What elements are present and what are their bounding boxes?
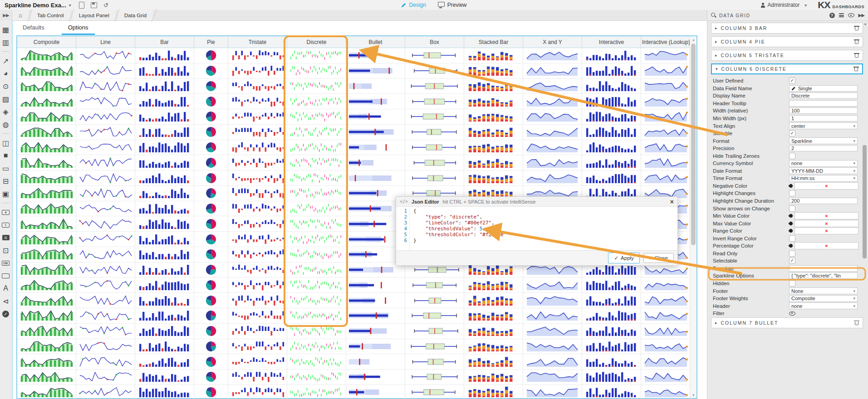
cell-xy[interactable] — [523, 324, 582, 339]
cell-line[interactable] — [76, 308, 135, 323]
cell-discrete[interactable] — [287, 201, 346, 216]
color-field[interactable]: × — [794, 220, 858, 227]
cell-discrete[interactable] — [287, 247, 346, 262]
color-droplet-icon[interactable] — [788, 229, 793, 234]
dropdown-panel-icon[interactable]: ⊡ — [1, 246, 10, 255]
delete-column-icon[interactable] — [854, 53, 859, 58]
panel-scroll-thumb[interactable] — [863, 145, 867, 258]
cell-pie[interactable] — [194, 263, 228, 277]
json-code-line[interactable]: { — [413, 208, 506, 214]
cell-pie[interactable] — [194, 385, 228, 399]
cell-stackedbar[interactable] — [464, 79, 523, 94]
cell-discrete[interactable] — [287, 109, 346, 124]
cell-stackedbar[interactable] — [464, 109, 523, 124]
cell-composite[interactable] — [17, 339, 76, 354]
cell-bar[interactable] — [135, 232, 194, 247]
split-layout-icon[interactable]: ◫ — [1, 138, 10, 147]
cell-pie[interactable] — [194, 201, 228, 216]
cell-tristate[interactable] — [228, 216, 287, 231]
cell-pie[interactable] — [194, 324, 228, 339]
cell-lookup[interactable] — [641, 354, 691, 369]
cell-bar[interactable] — [135, 186, 194, 201]
scroll-thumb[interactable] — [691, 44, 696, 245]
column-header-box[interactable]: Box — [405, 36, 464, 48]
cell-composite[interactable] — [17, 263, 76, 277]
cell-bar[interactable] — [135, 170, 194, 185]
cell-tristate[interactable] — [228, 263, 287, 277]
cell-line[interactable] — [76, 48, 135, 63]
column-header-pie[interactable]: Pie — [194, 36, 228, 48]
delete-column-icon[interactable] — [854, 26, 859, 30]
cell-composite[interactable] — [17, 308, 76, 323]
cell-bullet[interactable] — [346, 48, 405, 63]
cell-bullet[interactable] — [346, 339, 405, 354]
checkbox[interactable] — [789, 235, 795, 242]
cell-discrete[interactable] — [287, 232, 346, 247]
cell-lookup[interactable] — [641, 140, 691, 155]
gauge-icon[interactable]: ⊙ — [1, 82, 10, 91]
cell-line[interactable] — [76, 216, 135, 231]
cell-xy[interactable] — [523, 308, 582, 323]
cell-line[interactable] — [76, 339, 135, 354]
cell-pie[interactable] — [194, 370, 228, 384]
column-header-lookup[interactable]: Interactive (Lookup) — [641, 36, 691, 48]
cell-bar[interactable] — [135, 201, 194, 216]
cell-stackedbar[interactable] — [464, 140, 523, 155]
column-header-interactive[interactable]: Interactive — [582, 36, 641, 48]
cell-stackedbar[interactable] — [464, 324, 523, 339]
visibility-icon[interactable] — [848, 13, 854, 17]
cell-xy[interactable] — [523, 94, 582, 109]
cell-pie[interactable] — [194, 293, 228, 308]
column-header-discrete[interactable]: Discrete — [287, 36, 346, 48]
cell-discrete[interactable] — [287, 263, 346, 277]
cell-box[interactable] — [405, 109, 464, 124]
canvas-icon[interactable]: ■ — [1, 151, 10, 160]
cell-xy[interactable] — [523, 170, 582, 185]
cell-interactive[interactable] — [582, 277, 641, 292]
cell-discrete[interactable] — [287, 324, 346, 339]
cell-bullet[interactable] — [346, 170, 405, 185]
dropdown-select[interactable]: None▾ — [789, 287, 858, 294]
cell-lookup[interactable] — [641, 94, 691, 109]
cell-box[interactable] — [405, 94, 464, 109]
json-code-line[interactable]: "thresholdColor": "#f22b8e" — [413, 232, 506, 238]
cell-stackedbar[interactable] — [464, 48, 523, 63]
cell-box[interactable] — [405, 48, 464, 63]
cell-composite[interactable] — [17, 48, 76, 63]
sidebar-expander[interactable]: ▶▶ — [0, 10, 12, 20]
cell-bullet[interactable] — [346, 293, 405, 308]
cell-bar[interactable] — [135, 247, 194, 262]
collapse-panel-icon[interactable]: ▶▶ — [858, 13, 864, 18]
cell-line[interactable] — [76, 109, 135, 124]
cell-tristate[interactable] — [228, 339, 287, 354]
cell-discrete[interactable] — [287, 48, 346, 63]
color-field[interactable]: × — [794, 212, 858, 219]
cell-line[interactable] — [76, 140, 135, 155]
cell-line[interactable] — [76, 79, 135, 94]
cell-composite[interactable] — [17, 201, 76, 216]
cell-interactive[interactable] — [582, 94, 641, 109]
cell-interactive[interactable] — [582, 293, 641, 308]
cell-tristate[interactable] — [228, 385, 287, 399]
cell-box[interactable] — [405, 170, 464, 185]
text-field[interactable] — [789, 265, 858, 272]
cell-box[interactable] — [405, 370, 464, 384]
cell-line[interactable] — [76, 277, 135, 292]
cell-discrete[interactable] — [287, 94, 346, 109]
cell-bar[interactable] — [135, 308, 194, 323]
cell-interactive[interactable] — [582, 308, 641, 323]
cell-bullet[interactable] — [346, 63, 405, 78]
cell-tristate[interactable] — [228, 155, 287, 170]
cell-line[interactable] — [76, 293, 135, 308]
cell-line[interactable] — [76, 232, 135, 247]
cell-pie[interactable] — [194, 232, 228, 247]
breadcrumb-tab-control[interactable]: Tab Control — [31, 10, 70, 20]
cell-line[interactable] — [76, 263, 135, 277]
section-column-7-bullet[interactable]: ▸ COLUMN 7 BULLET — [711, 317, 863, 328]
cell-pie[interactable] — [194, 339, 228, 354]
cell-composite[interactable] — [17, 79, 76, 94]
cell-lookup[interactable] — [641, 48, 691, 63]
cell-bullet[interactable] — [346, 94, 405, 109]
cell-line[interactable] — [76, 385, 135, 399]
json-code-line[interactable]: "lineColor": "#00ef27", — [413, 220, 506, 226]
